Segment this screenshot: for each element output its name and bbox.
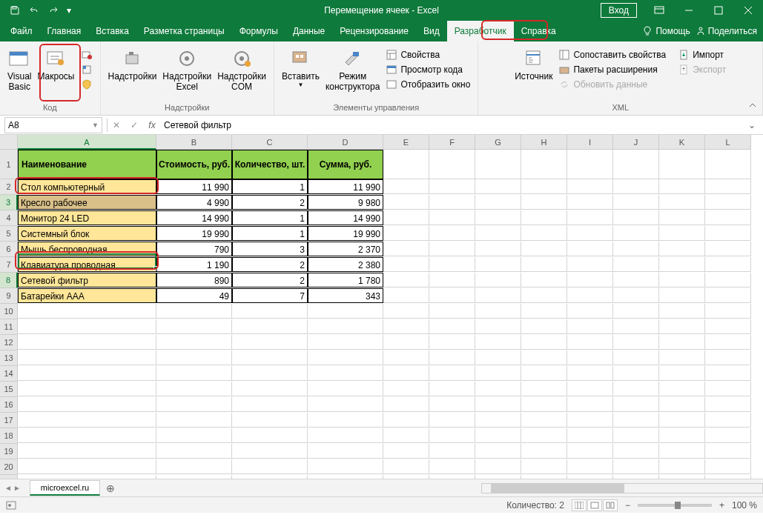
col-header[interactable]: L [705, 135, 751, 150]
row-header[interactable]: 18 [0, 428, 18, 444]
import-button[interactable]: Импорт [675, 47, 729, 62]
cell[interactable] [383, 257, 429, 272]
cell[interactable] [567, 444, 613, 459]
cell[interactable] [613, 335, 659, 350]
zoom-slider[interactable] [638, 504, 712, 507]
cell[interactable]: 3 [232, 242, 308, 256]
cell[interactable] [429, 382, 475, 396]
cell[interactable] [521, 273, 567, 287]
cell[interactable] [475, 304, 521, 319]
worksheet-grid[interactable]: ABCDEFGHIJKL1НаименованиеСтоимость, руб.… [0, 135, 763, 479]
cell[interactable] [383, 335, 429, 350]
cell[interactable] [475, 475, 521, 479]
cell[interactable] [521, 428, 567, 443]
row-header[interactable]: 20 [0, 459, 18, 475]
cell[interactable] [308, 397, 383, 412]
cell[interactable]: Наименование [18, 150, 156, 179]
cell[interactable] [705, 150, 751, 179]
cell[interactable] [705, 428, 751, 443]
fx-icon[interactable]: fx [143, 117, 161, 133]
cell[interactable] [475, 428, 521, 443]
page-break-view-icon[interactable] [603, 499, 618, 511]
row-header[interactable]: 19 [0, 444, 18, 459]
insert-control-button[interactable]: Вставить▼ [279, 44, 323, 90]
qat-customize-icon[interactable]: ▾ [64, 1, 74, 19]
cell[interactable] [521, 195, 567, 210]
cell[interactable]: 1 [232, 210, 308, 225]
cell[interactable] [521, 319, 567, 334]
col-header[interactable]: H [521, 135, 567, 150]
map-props-button[interactable]: Сопоставить свойства [555, 47, 669, 62]
cell[interactable]: 2 [232, 273, 308, 287]
cell[interactable] [383, 428, 429, 443]
cell[interactable] [232, 413, 308, 428]
cell[interactable] [475, 413, 521, 428]
zoom-in-icon[interactable]: + [719, 500, 724, 511]
cell[interactable] [567, 179, 613, 194]
cell[interactable] [156, 335, 232, 350]
collapse-ribbon-icon[interactable] [748, 101, 757, 112]
tab-home[interactable]: Главная [40, 21, 89, 41]
col-header[interactable]: C [232, 135, 308, 150]
cell[interactable] [705, 210, 751, 225]
cell[interactable] [308, 413, 383, 428]
cell[interactable] [567, 382, 613, 396]
cell[interactable]: 49 [156, 288, 232, 303]
cell[interactable] [705, 257, 751, 272]
cell[interactable] [383, 226, 429, 241]
cell[interactable]: Системный блок [18, 226, 156, 241]
sheet-nav[interactable]: ◄► [0, 484, 25, 492]
cell[interactable] [613, 413, 659, 428]
cell[interactable] [705, 382, 751, 396]
share-button[interactable]: Поделиться [696, 26, 757, 36]
page-layout-view-icon[interactable] [587, 499, 602, 511]
cell[interactable] [18, 397, 156, 412]
tab-review[interactable]: Рецензирование [332, 21, 416, 41]
cell[interactable] [475, 210, 521, 225]
cell[interactable] [232, 335, 308, 350]
cell[interactable]: 1 190 [156, 257, 232, 272]
cell[interactable]: Стоимость, руб. [156, 150, 232, 179]
signin-button[interactable]: Вход [601, 3, 637, 18]
cell[interactable] [475, 397, 521, 412]
cell[interactable] [475, 257, 521, 272]
cell[interactable] [18, 319, 156, 334]
cell[interactable] [308, 444, 383, 459]
cell[interactable] [705, 475, 751, 479]
cell[interactable] [613, 210, 659, 225]
cell[interactable] [659, 382, 705, 396]
cell[interactable] [705, 413, 751, 428]
cell[interactable] [613, 179, 659, 194]
name-box[interactable]: ▼ [4, 117, 102, 133]
cell[interactable] [429, 273, 475, 287]
cell[interactable] [567, 459, 613, 474]
cell[interactable] [475, 366, 521, 381]
cell[interactable] [567, 242, 613, 256]
cell[interactable] [156, 475, 232, 479]
cell[interactable] [705, 273, 751, 287]
cell[interactable] [613, 459, 659, 474]
cell[interactable] [156, 459, 232, 474]
tab-formulas[interactable]: Формулы [232, 21, 285, 41]
row-header[interactable]: 16 [0, 397, 18, 413]
expansion-packs-button[interactable]: Пакеты расширения [555, 62, 669, 77]
cell[interactable] [232, 304, 308, 319]
cell[interactable] [613, 475, 659, 479]
cell[interactable] [521, 366, 567, 381]
cell[interactable] [521, 288, 567, 303]
cell[interactable] [705, 288, 751, 303]
cell[interactable] [383, 366, 429, 381]
cell[interactable]: 2 380 [308, 257, 383, 272]
cell[interactable] [156, 444, 232, 459]
cell[interactable] [567, 288, 613, 303]
cell[interactable] [705, 179, 751, 194]
cell[interactable] [567, 304, 613, 319]
cell[interactable] [232, 350, 308, 365]
cell[interactable] [567, 226, 613, 241]
enter-formula-icon[interactable]: ✓ [125, 117, 143, 133]
expand-formula-icon[interactable]: ⌄ [748, 120, 763, 130]
cell[interactable] [156, 350, 232, 365]
name-box-input[interactable] [8, 120, 67, 130]
cell[interactable] [156, 382, 232, 396]
cell[interactable] [429, 428, 475, 443]
